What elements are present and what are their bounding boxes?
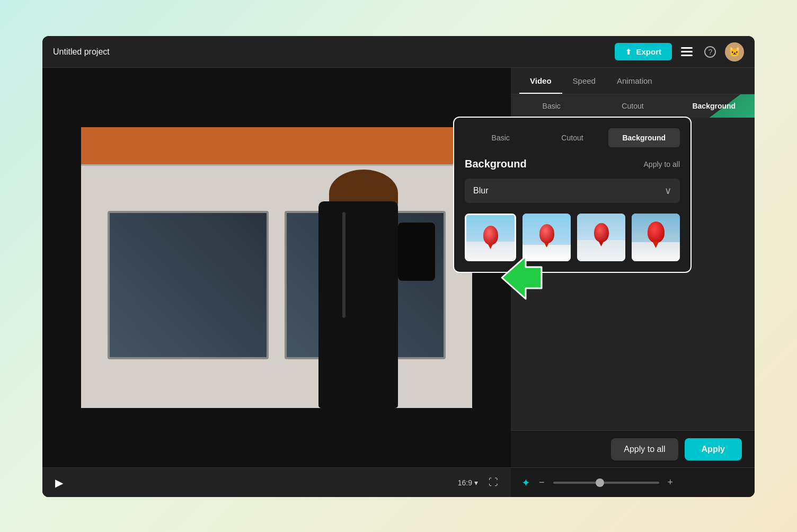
background-floating-panel: Basic Cutout Background Background Apply… [453,117,692,273]
zoom-slider[interactable] [553,482,659,484]
svg-rect-0 [681,47,693,49]
video-controls: ▶ 16:9 ▾ ⛶ [42,467,511,497]
user-avatar[interactable]: 🐱 [725,42,744,61]
zoom-in-icon[interactable]: + [668,477,674,488]
menu-icon[interactable] [678,43,695,60]
dropdown-arrow-icon: ∨ [665,185,671,197]
tab-animation[interactable]: Animation [606,68,663,94]
backpack [398,223,435,281]
train-window-left [108,211,269,359]
tab-speed[interactable]: Speed [562,68,606,94]
sub-tab-cutout[interactable]: Cutout [592,94,673,118]
sub-tab-background[interactable]: Background [674,94,755,118]
panel-tabs: Basic Cutout Background [465,128,680,147]
svg-rect-1 [681,51,693,52]
project-title: Untitled project [53,47,615,57]
help-icon[interactable]: ? [702,43,719,60]
balloon-shape-3 [594,223,609,242]
balloon-bg-4 [632,214,680,261]
section-title: Background [465,158,527,170]
video-preview [42,68,511,467]
balloon-bg-1 [466,215,515,260]
header: Untitled project Export ? 🐱 [42,36,755,68]
zoom-out-icon[interactable]: − [539,477,545,488]
video-area: ▶ 16:9 ▾ ⛶ [42,68,511,497]
video-frame [81,127,472,408]
apply-button[interactable]: Apply [685,438,742,460]
apply-to-all-link[interactable]: Apply to all [644,160,680,169]
tab-video[interactable]: Video [519,68,562,94]
aspect-ratio-selector[interactable]: 16:9 ▾ [458,478,478,487]
fullscreen-button[interactable]: ⛶ [489,477,498,488]
aspect-ratio-arrow-icon: ▾ [474,478,478,487]
zoom-slider-thumb[interactable] [596,478,604,487]
subway-scene [81,127,472,408]
apply-to-all-button[interactable]: Apply to all [611,438,678,460]
balloon-shape-1 [483,226,498,245]
thumbnail-4[interactable] [632,214,680,261]
sub-tabs-row: Basic Cutout Background [511,94,755,118]
blur-label: Blur [473,186,488,196]
blur-dropdown[interactable]: Blur ∨ [465,179,680,203]
play-button[interactable]: ▶ [55,476,63,489]
panel-tab-cutout[interactable]: Cutout [536,128,608,147]
thumb-content-4 [632,214,680,261]
svg-marker-5 [502,256,542,299]
bag-strap [342,212,346,318]
panel-tab-basic[interactable]: Basic [465,128,536,147]
header-actions: Export ? 🐱 [615,42,744,61]
section-header: Background Apply to all [465,158,680,170]
balloon-shape-4 [648,221,665,243]
panel-tab-background[interactable]: Background [608,128,680,147]
top-tabs: Video Speed Animation [511,68,755,94]
green-arrow-cursor [497,254,544,304]
balloon-bg-3 [577,214,625,261]
balloon-shape-2 [539,224,554,243]
sub-tab-basic[interactable]: Basic [511,94,592,118]
timeline-split-icon[interactable]: ✦ [521,476,530,489]
export-button[interactable]: Export [615,43,672,60]
timeline-area: ✦ − + [511,467,755,497]
svg-rect-2 [681,55,693,56]
thumbnail-3[interactable] [577,214,625,261]
bottom-bar: Apply to all Apply [511,430,755,467]
person-silhouette [313,170,419,408]
svg-text:?: ? [709,48,713,56]
thumb-content-1 [466,215,515,260]
thumb-content-3 [577,214,625,261]
person-body [318,201,398,408]
